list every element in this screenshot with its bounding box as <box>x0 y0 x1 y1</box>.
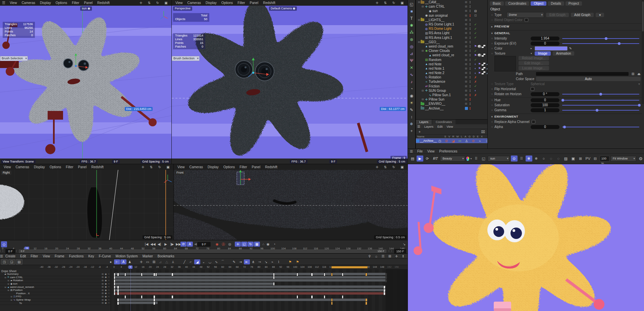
dolly-icon[interactable]: ⇅ <box>382 165 388 170</box>
menu-item-view[interactable]: View <box>173 1 185 5</box>
freeze-alt-icon[interactable]: ❄ <box>533 156 540 162</box>
prev-key-icon[interactable]: ◀◀ <box>150 242 156 247</box>
keyframe-dot-icon[interactable]: ○ <box>490 99 494 102</box>
layer-toggle-icon[interactable]: ⊡ <box>465 85 467 88</box>
expander-icon[interactable]: ⊟ <box>4 276 7 278</box>
tab-coordinates[interactable]: Coordinates <box>432 120 455 124</box>
layer-toggle-icon[interactable]: ⊡ <box>465 71 467 74</box>
object-name[interactable]: RS Area Light <box>429 31 449 35</box>
home-icon[interactable]: ⌂ <box>373 254 379 259</box>
keyframe-dot-icon[interactable]: ○ <box>490 92 494 96</box>
keyframe-dot-icon[interactable]: ○ <box>490 52 494 55</box>
object-item-random[interactable]: ▧Random⊡✓ <box>416 57 487 62</box>
track-toggles[interactable]: ⊡ ◉ ◔ <box>102 276 111 278</box>
viewport-canvas[interactable]: Perspective Default Camera ◉ Total Objec… <box>172 6 408 164</box>
track-toggles[interactable]: ⊡ ◉ ◔ <box>102 289 111 292</box>
tangent-auto-icon[interactable]: ⌁ <box>269 259 275 264</box>
layer-toggle-icon[interactable]: ⊡ <box>465 67 467 70</box>
expander-icon[interactable]: ⊟ <box>417 18 421 21</box>
filter-icon[interactable]: ☴ <box>380 254 386 259</box>
linear-tangent-icon[interactable]: ╱ <box>181 259 187 264</box>
visibility-dots[interactable] <box>470 107 471 110</box>
layer-toggle-icon[interactable]: ⊡ <box>465 94 467 97</box>
check-icon[interactable]: ✓ <box>474 27 477 30</box>
flag-icon[interactable]: ⚑ <box>478 67 481 70</box>
maximize-icon[interactable]: ▣ <box>399 0 405 5</box>
object-name[interactable]: red Note.1 <box>429 67 444 70</box>
visibility-dots[interactable] <box>470 80 471 83</box>
menu-item-panel[interactable]: Panel <box>76 165 89 169</box>
menu-item-frame[interactable]: Frame <box>52 254 67 258</box>
object-name[interactable]: cam CTRL <box>429 5 445 8</box>
replace-alpha-checkbox[interactable] <box>532 120 535 124</box>
menu-icon[interactable]: ☰ <box>0 254 3 258</box>
object-name[interactable]: sun <box>432 9 438 13</box>
flip-horizontal-checkbox[interactable] <box>531 87 534 91</box>
dynamics-tool-icon[interactable]: ⊛ <box>408 37 415 43</box>
cross-icon[interactable]: ✗ <box>474 80 477 83</box>
expander-icon[interactable]: ⊟ <box>7 283 10 285</box>
visibility-dots[interactable] <box>470 23 471 25</box>
edit-image-button[interactable]: Edit Image... <box>519 61 549 65</box>
visibility-dots[interactable] <box>470 32 471 34</box>
step-tangent-icon[interactable]: ⌐ <box>188 259 194 264</box>
locate-image-button[interactable]: Locate Image... <box>519 66 549 70</box>
visibility-dots[interactable] <box>470 85 471 87</box>
viewport-canvas[interactable]: sun ◉ Triangles117536Lines96256Points14P… <box>0 6 171 164</box>
object-item-sun-group[interactable]: ⊟✛SUN Group⊡◐ <box>416 88 487 93</box>
check-icon[interactable]: ✓ <box>474 49 477 53</box>
object-item-lights[interactable]: ⊟__LIGHTS__⊡ <box>416 18 487 22</box>
maximize-icon[interactable]: ▣ <box>399 165 405 170</box>
menu-item-filter[interactable]: Filter <box>63 165 75 169</box>
add-snapshot-icon[interactable]: ⊞ <box>577 156 584 162</box>
visibility-dots[interactable] <box>470 10 471 12</box>
picture-viewer-icon[interactable]: PV <box>585 156 591 162</box>
material-pen-tool-icon[interactable]: ✎ <box>408 107 415 113</box>
layer-toggle-icon[interactable]: ⊡ <box>465 27 467 30</box>
camera-label-badge[interactable]: sun ◉ <box>80 6 92 11</box>
brush-selection-dropdown[interactable]: Brush Selection <box>172 56 200 61</box>
object-name[interactable]: sun oroiginal <box>429 14 448 17</box>
orbit-icon[interactable]: ↻ <box>157 165 163 170</box>
flag-icon[interactable]: ⚑ <box>474 54 477 57</box>
visibility-dots[interactable] <box>470 63 471 65</box>
keyframe-dot-icon[interactable]: ○ <box>490 42 494 45</box>
intensity-field[interactable]: 1.954 <box>531 37 559 41</box>
object-item-sun-oroiginal[interactable]: ◉sun oroiginal⊡⊡ <box>416 13 487 18</box>
add-tool-icon[interactable]: + <box>408 128 415 134</box>
layer-toggle-icon[interactable]: ⊡ <box>465 98 467 101</box>
fcurve-mode-icon[interactable]: ◲ <box>8 259 15 265</box>
layer-toggle-icon[interactable]: ⊡ <box>465 14 467 17</box>
layer-toggle-icon[interactable]: ⊡ <box>465 18 467 21</box>
tri-icon[interactable]: ▲ <box>486 62 487 66</box>
tab-basic[interactable]: Basic <box>490 1 504 6</box>
color-space-button[interactable]: Auto <box>536 77 641 81</box>
visibility-dots[interactable] <box>470 37 471 39</box>
playhead-line[interactable] <box>130 269 131 311</box>
tangent-unify-icon[interactable]: ⊸ <box>257 259 263 264</box>
keyframe-presets-icon[interactable]: ◉ <box>265 242 271 247</box>
history-icon[interactable]: ▤ <box>409 156 416 162</box>
expander-icon[interactable]: ⊟ <box>417 41 421 44</box>
cross-icon[interactable]: ✗ <box>474 94 477 97</box>
layer-toggle-icon[interactable]: ⊡ <box>465 41 467 44</box>
visibility-dots[interactable] <box>470 19 471 21</box>
checker-tag-icon[interactable] <box>482 54 485 57</box>
update-icon[interactable]: ⟳ <box>424 156 431 162</box>
check-icon[interactable]: ✓ <box>474 23 477 26</box>
track-toggles[interactable]: ⊡ ◉ ◔ <box>102 286 111 288</box>
snap-icon[interactable]: ⇥ <box>237 259 244 264</box>
render-mode-dropdown[interactable]: Beauty <box>440 156 465 162</box>
eye-icon[interactable]: ◐ <box>474 62 477 66</box>
keyframe[interactable] <box>117 302 119 305</box>
menu-item-motion-system[interactable]: Motion System <box>113 254 140 258</box>
menu-item-display[interactable]: Display <box>203 1 219 5</box>
generators-icon[interactable]: ⌁ <box>477 138 483 143</box>
cross-icon[interactable]: ✗ <box>474 76 477 79</box>
object-name[interactable]: weird cloud_re <box>432 53 454 57</box>
object-name[interactable]: weird cloud_rem <box>429 45 453 48</box>
preview-range-bar[interactable]: 0 F 150 F <box>19 249 386 253</box>
pan-icon[interactable]: ✛ <box>140 165 146 170</box>
channel-icon[interactable] <box>466 157 470 161</box>
eye-icon[interactable]: ◐ <box>474 71 477 75</box>
